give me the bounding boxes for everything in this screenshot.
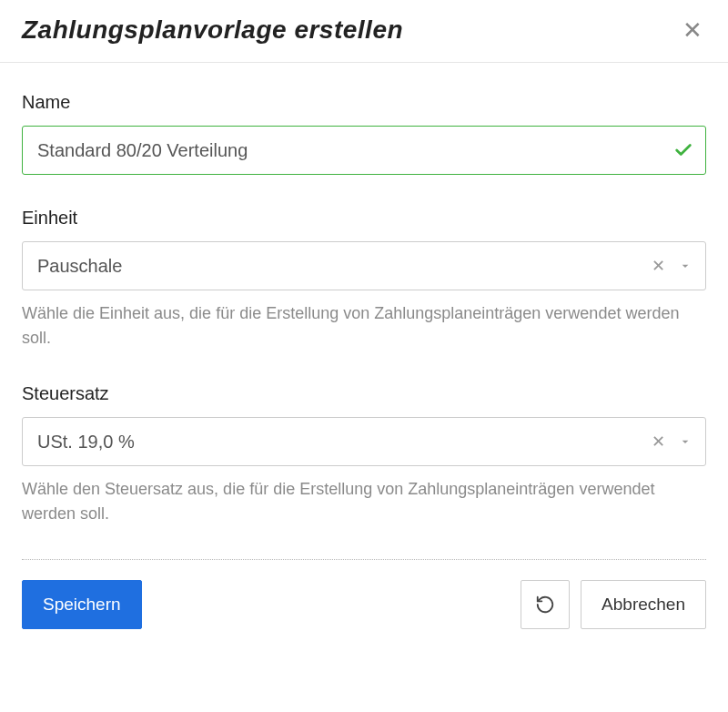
modal-create-payment-plan-template: Zahlungsplanvorlage erstellen ✕ Name Ein… xyxy=(0,0,728,649)
checkmark-icon xyxy=(673,140,693,160)
tax-select-value: USt. 19,0 % xyxy=(37,432,644,453)
cancel-button[interactable]: Abbrechen xyxy=(581,580,706,629)
name-input-wrap xyxy=(22,126,706,175)
close-button[interactable]: ✕ xyxy=(679,15,706,46)
tax-help-text: Wähle den Steuersatz aus, die für die Er… xyxy=(22,477,706,526)
name-input[interactable] xyxy=(22,126,706,175)
form-group-tax: Steuersatz USt. 19,0 % ✕ Wähle den Steue… xyxy=(22,383,706,526)
chevron-down-icon xyxy=(672,431,694,453)
modal-body: Name Einheit Pauschale ✕ Wähle die Einhe… xyxy=(0,63,728,526)
modal-header: Zahlungsplanvorlage erstellen ✕ xyxy=(0,0,728,63)
form-group-unit: Einheit Pauschale ✕ Wähle die Einheit au… xyxy=(22,208,706,351)
undo-icon xyxy=(535,595,555,615)
form-group-name: Name xyxy=(22,92,706,175)
tax-select[interactable]: USt. 19,0 % ✕ xyxy=(22,417,706,466)
unit-clear-button[interactable]: ✕ xyxy=(644,252,672,280)
unit-select-value: Pauschale xyxy=(37,256,644,277)
name-label: Name xyxy=(22,92,706,113)
modal-footer: Speichern Abbrechen xyxy=(0,560,728,649)
clear-icon: ✕ xyxy=(652,257,665,275)
reset-button[interactable] xyxy=(521,580,570,629)
tax-clear-button[interactable]: ✕ xyxy=(644,428,672,455)
unit-help-text: Wähle die Einheit aus, die für die Erste… xyxy=(22,301,706,351)
unit-label: Einheit xyxy=(22,208,706,229)
close-icon: ✕ xyxy=(682,16,703,44)
chevron-down-icon xyxy=(672,255,694,277)
unit-select[interactable]: Pauschale ✕ xyxy=(22,241,706,290)
modal-title: Zahlungsplanvorlage erstellen xyxy=(22,15,403,45)
save-button[interactable]: Speichern xyxy=(22,580,142,629)
tax-label: Steuersatz xyxy=(22,383,706,404)
clear-icon: ✕ xyxy=(652,432,665,451)
